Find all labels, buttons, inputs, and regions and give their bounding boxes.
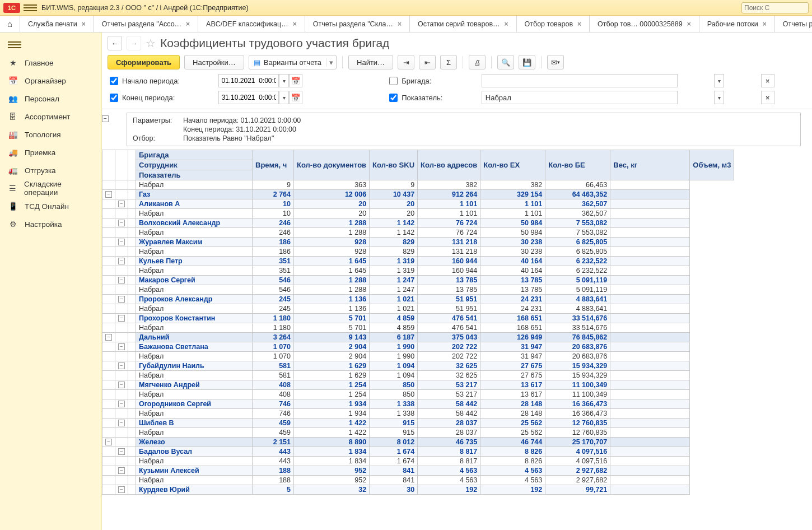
preview-button[interactable]: 🔍 (497, 55, 514, 69)
sidebar-item-3[interactable]: 🗄Ассортимент (0, 108, 101, 125)
sidebar-item-1[interactable]: 📅Органайзер (0, 72, 101, 90)
col-sku[interactable]: Кол-во SKU (370, 150, 418, 180)
col-addr[interactable]: Кол-во адресов (418, 150, 480, 180)
col-sotrudnik[interactable]: Сотрудник (136, 160, 253, 170)
table-row[interactable]: Набрал3511 6451 319160 94440 1646 232,52… (102, 266, 734, 276)
collapse-icon-button[interactable]: ⇤ (419, 55, 436, 69)
end-date-spin[interactable]: ▾ (279, 91, 289, 104)
tab-5[interactable]: Отбор товаров× (517, 16, 590, 32)
table-row[interactable]: Набрал7461 9341 33858 44228 14816 366,47… (102, 409, 734, 419)
table-row[interactable]: −Макаров Сергей5461 2881 24713 78513 785… (102, 276, 734, 285)
table-row[interactable]: −Прохоров Константин1 1805 7014 859476 5… (102, 314, 734, 323)
end-calendar-button[interactable]: 📅 (289, 91, 302, 104)
sidebar-item-8[interactable]: 📱ТСД Онлайн (0, 197, 101, 215)
tab-home[interactable]: ⌂ (0, 16, 20, 32)
save-button[interactable]: 💾 (519, 55, 535, 69)
report-collapse-1[interactable]: − (102, 115, 109, 122)
start-date-input[interactable] (218, 74, 279, 87)
table-row[interactable]: Набрал1020201 1011 101362,507 (102, 209, 734, 218)
sidebar-toggle[interactable] (0, 36, 101, 54)
table-row[interactable]: Набрал1889528414 5634 5632 927,682 (102, 476, 734, 485)
close-icon[interactable]: × (505, 20, 508, 28)
tab-3[interactable]: Отчеты раздела "Скла…× (305, 16, 410, 32)
col-pokazatel[interactable]: Показатель (136, 170, 253, 180)
form-button[interactable]: Сформировать (108, 55, 180, 69)
table-row[interactable]: −Газ2 76412 00610 437912 264329 15464 46… (102, 190, 734, 199)
sum-button[interactable]: Σ (440, 55, 457, 69)
table-row[interactable]: −Журавлев Максим186928829131 21830 2386 … (102, 238, 734, 247)
close-icon[interactable]: × (577, 20, 581, 28)
start-date-spin[interactable]: ▾ (279, 74, 289, 87)
table-row[interactable]: −Кузьмин Алексей1889528414 5634 5632 927… (102, 466, 734, 476)
start-calendar-button[interactable]: 📅 (289, 74, 302, 87)
table-row[interactable]: −Мягченко Андрей4081 25485053 21713 6171… (102, 380, 734, 390)
table-row[interactable]: −Железо2 1518 8908 01246 73546 74425 170… (102, 438, 734, 447)
favorite-star-icon[interactable]: ☆ (146, 36, 156, 50)
find-button[interactable]: Найти… (348, 55, 393, 69)
sidebar-item-5[interactable]: 🚚Приемка (0, 143, 101, 161)
close-icon[interactable]: × (398, 20, 402, 28)
tab-7[interactable]: Рабочие потоки× (699, 16, 775, 32)
close-icon[interactable]: × (687, 20, 691, 28)
table-row[interactable]: Набрал4081 25485053 21713 61711 100,349 (102, 390, 734, 399)
tab-8[interactable]: Отчеты раздела "× (775, 16, 812, 32)
col-weight[interactable]: Вес, кг (610, 150, 690, 180)
close-icon[interactable]: × (82, 20, 86, 28)
table-row[interactable]: Набрал2451 1361 02151 95124 2314 883,641 (102, 304, 734, 314)
col-be[interactable]: Кол-во БЕ (545, 150, 610, 180)
table-row[interactable]: −Дальний3 2649 1436 187375 043126 94976 … (102, 333, 734, 342)
indicator-clear[interactable]: × (761, 91, 774, 104)
expand-icon-button[interactable]: ⇥ (398, 55, 414, 69)
table-row[interactable]: Набрал1 1805 7014 859476 541168 65133 51… (102, 323, 734, 333)
start-checkbox[interactable] (110, 77, 118, 85)
table-row[interactable]: −Кульев Петр3511 6451 319160 94440 1646 … (102, 257, 734, 266)
sidebar-item-4[interactable]: 🏭Топология (0, 125, 101, 143)
table-row[interactable]: Набрал2461 2881 14276 72450 9847 553,082 (102, 228, 734, 238)
sidebar-item-0[interactable]: ★Главное (0, 54, 101, 72)
brigade-drop[interactable]: ▾ (714, 74, 724, 87)
table-row[interactable]: Набрал9363938238266,463 (102, 180, 734, 190)
sidebar-item-9[interactable]: ⚙Настройка (0, 215, 101, 233)
brigade-checkbox[interactable] (389, 77, 398, 85)
table-row[interactable]: −Аликанов А1020201 1011 101362,507 (102, 199, 734, 209)
menu-burger[interactable] (24, 1, 37, 15)
table-row[interactable]: Набрал5461 2881 24713 78513 7855 091,119 (102, 285, 734, 295)
table-row[interactable]: −Пророков Александр2451 1361 02151 95124… (102, 295, 734, 304)
indicator-checkbox[interactable] (389, 94, 398, 102)
close-icon[interactable]: × (293, 20, 297, 28)
tab-1[interactable]: Отчеты раздела "Ассо…× (94, 16, 198, 32)
table-row[interactable]: −Волховский Александр2461 2881 14276 724… (102, 218, 734, 228)
tab-4[interactable]: Остатки серий товаров…× (410, 16, 517, 32)
table-row[interactable]: −Губайдулин Наиль5811 6291 09432 62527 6… (102, 361, 734, 371)
email-button[interactable]: ✉▾ (547, 55, 564, 69)
table-row[interactable]: Набрал5811 6291 09432 62527 67515 934,32… (102, 371, 734, 380)
close-icon[interactable]: × (186, 20, 190, 28)
table-row[interactable]: Набрал186928829131 21830 2386 825,805 (102, 247, 734, 257)
col-time[interactable]: Время, ч (253, 150, 294, 180)
table-row[interactable]: −Бадалов Вусал4431 8341 6748 8178 8264 0… (102, 447, 734, 457)
indicator-select[interactable]: Набрал (482, 91, 678, 104)
sidebar-item-6[interactable]: 🚛Отгрузка (0, 161, 101, 179)
table-row[interactable]: Набрал1 0702 9041 990202 72231 94720 683… (102, 352, 734, 361)
close-icon[interactable]: × (763, 20, 767, 28)
print-button[interactable]: 🖨 (469, 55, 486, 69)
table-row[interactable]: −Бажанова Светлана1 0702 9041 990202 722… (102, 342, 734, 352)
settings-button[interactable]: Настройки… (184, 55, 244, 69)
col-docs[interactable]: Кол-во документов (294, 150, 370, 180)
table-row[interactable]: −Курдяев Юрий5323019219299,721 (102, 485, 734, 495)
tab-2[interactable]: ABC/DEF классификац…× (198, 16, 305, 32)
report-area[interactable]: − Параметры: Начало периода: 01.10.2021 … (102, 109, 812, 530)
brigade-select[interactable] (482, 74, 678, 87)
search-input[interactable] (741, 2, 809, 13)
sidebar-item-2[interactable]: 👥Персонал (0, 90, 101, 108)
col-volume[interactable]: Объем, м3 (690, 150, 734, 180)
table-row[interactable]: −Шиблев В4591 42291528 03725 56212 760,8… (102, 419, 734, 428)
end-checkbox[interactable] (110, 94, 118, 102)
sidebar-item-7[interactable]: ☰Складские операции (0, 179, 101, 197)
brigade-clear[interactable]: × (761, 74, 774, 87)
col-ex[interactable]: Кол-во EX (480, 150, 545, 180)
end-date-input[interactable] (218, 91, 279, 104)
nav-back[interactable]: ← (108, 36, 122, 50)
tab-0[interactable]: Служба печати× (20, 16, 94, 32)
variants-dropdown[interactable]: ▤Варианты отчета ▾ (249, 55, 337, 69)
